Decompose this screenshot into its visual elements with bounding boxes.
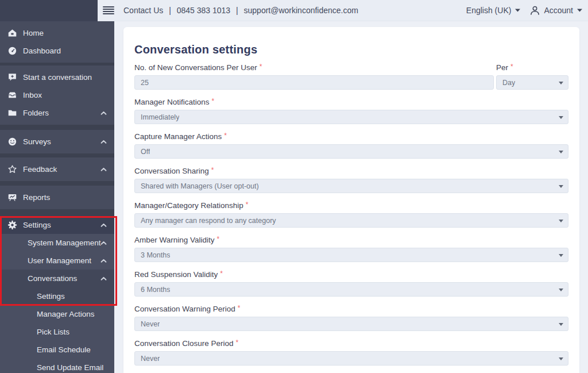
sidebar-item-label: Send Update Email (37, 363, 103, 372)
field-label: Red Suspension Validity* (134, 270, 568, 280)
sidebar-section-conversations: Start a conversation Inbox Folders (0, 66, 114, 125)
sidebar-item-label: Conversations (28, 274, 77, 283)
field-conversation-warning-period: Conversation Warning Period* Never (134, 304, 568, 331)
capture-manager-actions-select[interactable]: Off (134, 144, 568, 159)
conversation-closure-period-select[interactable]: Never (134, 351, 568, 366)
inbox-icon (7, 90, 17, 100)
conversation-warning-period-select[interactable]: Never (134, 317, 568, 331)
sidebar-section-general: Home Dashboard (0, 21, 114, 63)
sidebar-item-pick-lists[interactable]: Pick Lists (0, 323, 114, 341)
conversations-per-user-input[interactable] (134, 75, 494, 90)
chevron-up-icon (100, 140, 107, 144)
sidebar-item-surveys[interactable]: Surveys (0, 133, 114, 151)
field-row-conversations-per-user: No. of New Conversations Per User* Per* … (134, 63, 568, 90)
sidebar-item-inbox[interactable]: Inbox (0, 86, 114, 104)
sidebar-section-surveys: Surveys (0, 130, 114, 153)
sidebar-item-label: Folders (23, 109, 49, 117)
account-menu[interactable]: Account (544, 6, 582, 15)
field-label: Manager Notifications* (134, 97, 568, 107)
sidebar-brand-block (0, 0, 98, 21)
contact-us-link[interactable]: Contact Us (123, 6, 163, 15)
sidebar-item-user-management[interactable]: User Management (0, 252, 114, 270)
dropdown-arrow-icon (559, 82, 563, 84)
field-label: Manager/Category Relationship* (134, 201, 568, 211)
dropdown-arrow-icon (559, 185, 563, 188)
sidebar-item-folders[interactable]: Folders (0, 104, 114, 122)
phone-number: 0845 383 1013 (177, 6, 230, 15)
dropdown-arrow-icon (559, 357, 563, 360)
manager-notifications-select[interactable]: Immediately (134, 110, 568, 124)
field-label: Capture Manager Actions* (134, 132, 568, 142)
red-suspension-validity-select[interactable]: 6 Months (134, 282, 568, 297)
sidebar-section-feedback: Feedback (0, 157, 114, 181)
sidebar-item-label: System Management (28, 239, 101, 247)
required-marker: * (510, 63, 513, 71)
separator: | (169, 6, 171, 15)
dropdown-arrow-icon (559, 289, 563, 291)
amber-warning-validity-select[interactable]: 3 Months (134, 248, 568, 262)
gear-icon (7, 220, 17, 230)
sidebar-item-system-management[interactable]: System Management (0, 234, 114, 252)
sidebar-item-dashboard[interactable]: Dashboard (0, 42, 114, 60)
sidebar-item-reports[interactable]: Reports (0, 189, 114, 206)
separator: | (236, 6, 238, 15)
field-conversation-sharing: Conversation Sharing* Shared with Manage… (134, 166, 568, 193)
conversation-sharing-select[interactable]: Shared with Managers (User opt-out) (134, 179, 568, 193)
sidebar-item-settings[interactable]: Settings (0, 216, 114, 234)
field-label: No. of New Conversations Per User* (134, 63, 494, 73)
required-marker: * (212, 97, 215, 105)
sidebar-item-label: Feedback (23, 165, 57, 174)
sidebar-item-conversations[interactable]: Conversations (0, 270, 114, 287)
sidebar-section-settings: Settings System Management User Manageme… (0, 216, 114, 373)
chevron-up-icon (100, 241, 107, 245)
field-label: Conversation Sharing* (134, 166, 568, 176)
required-marker: * (224, 132, 227, 140)
field-label: Conversation Warning Period* (134, 304, 568, 314)
chevron-up-icon (100, 223, 107, 227)
sidebar-item-conversation-settings[interactable]: Settings (0, 287, 114, 305)
folder-icon (7, 108, 17, 118)
chevron-up-icon (100, 276, 107, 280)
sidebar-item-label: Start a conversation (23, 73, 92, 82)
account-label: Account (544, 6, 573, 15)
required-marker: * (246, 201, 249, 209)
contact-info: Contact Us | 0845 383 1013 | support@wor… (123, 6, 358, 15)
dropdown-arrow-icon (559, 254, 563, 257)
sidebar-item-email-schedule[interactable]: Email Schedule (0, 341, 114, 359)
chevron-up-icon (100, 259, 107, 263)
per-select[interactable]: Day (496, 75, 568, 90)
chevron-down-icon (515, 9, 520, 12)
language-selector[interactable]: English (UK) (466, 6, 521, 15)
chevron-up-icon (100, 167, 107, 171)
sidebar-item-label: Manager Actions (37, 310, 95, 318)
sidebar: Home Dashboard Start a conversation (0, 21, 114, 373)
sidebar-item-home[interactable]: Home (0, 24, 114, 42)
sidebar-item-label: Settings (23, 221, 51, 229)
required-marker: * (211, 166, 214, 174)
manager-category-relationship-select[interactable]: Any manager can respond to any category (134, 213, 568, 228)
required-marker: * (236, 339, 239, 347)
chevron-down-icon (577, 9, 582, 12)
sidebar-item-label: Surveys (23, 137, 51, 146)
support-email[interactable]: support@workinconfidence.com (244, 6, 358, 15)
sidebar-item-feedback[interactable]: Feedback (0, 160, 114, 178)
home-icon (7, 28, 17, 38)
sidebar-item-start-a-conversation[interactable]: Start a conversation (0, 68, 114, 86)
field-no-of-new-conversations: No. of New Conversations Per User* (134, 63, 494, 90)
language-label: English (UK) (466, 6, 512, 15)
sidebar-section-reports: Reports (0, 186, 114, 209)
topbar-right: English (UK) Account (466, 5, 588, 16)
sidebar-item-label: Settings (37, 292, 65, 301)
sidebar-item-label: User Management (28, 256, 91, 265)
chevron-up-icon (100, 111, 107, 115)
field-capture-manager-actions: Capture Manager Actions* Off (134, 132, 568, 159)
field-label: Amber Warning Validity* (134, 235, 568, 245)
sidebar-item-label: Home (23, 29, 44, 37)
dashboard-icon (7, 46, 17, 56)
hamburger-menu-icon[interactable] (103, 6, 114, 14)
field-manager-category-relationship: Manager/Category Relationship* Any manag… (134, 201, 568, 228)
sidebar-item-manager-actions[interactable]: Manager Actions (0, 305, 114, 323)
sidebar-item-send-update-email[interactable]: Send Update Email (0, 359, 114, 373)
required-marker: * (238, 304, 241, 312)
field-red-suspension-validity: Red Suspension Validity* 6 Months (134, 270, 568, 297)
